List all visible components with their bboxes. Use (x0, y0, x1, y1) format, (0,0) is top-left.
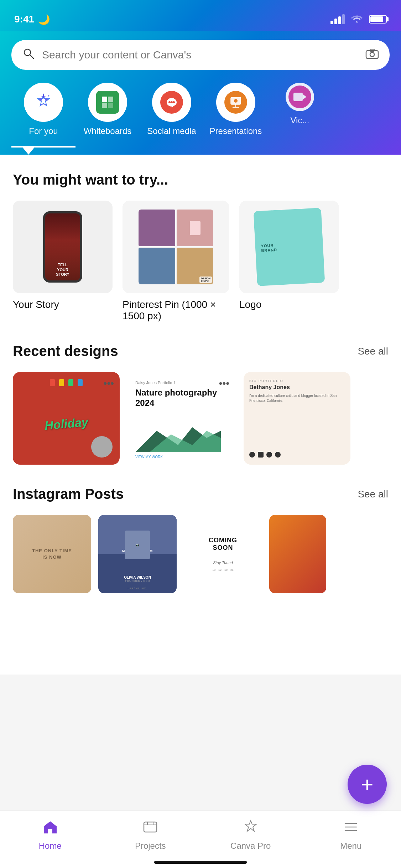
instagram-section: Instagram Posts See all THE ONLY TIMEIS … (13, 486, 388, 593)
wifi-icon (350, 13, 363, 26)
category-for-you-label: For you (29, 126, 58, 136)
signal-icon (330, 14, 345, 24)
ig-card-time[interactable]: THE ONLY TIMEIS NOW (13, 515, 91, 593)
try-section-title: You might want to try... (13, 172, 388, 188)
bottom-nav: Home Projects Canva Pro (0, 810, 401, 868)
moon-icon: 🌙 (38, 14, 50, 25)
svg-rect-10 (108, 103, 113, 108)
header: For you Whiteboards (0, 31, 401, 155)
category-whiteboards[interactable]: Whiteboards (75, 83, 140, 148)
menu-icon (343, 819, 359, 838)
instagram-row: THE ONLY TIMEIS NOW MEET THE TEAM 📷 OLIV… (13, 515, 388, 593)
canva-pro-icon (243, 819, 259, 838)
category-presentations[interactable]: Presentations (204, 83, 268, 148)
home-icon (42, 819, 59, 838)
svg-point-3 (370, 52, 374, 57)
svg-point-6 (45, 98, 48, 101)
status-bar: 9:41 🌙 (0, 0, 401, 31)
recent-card-menu-holiday[interactable]: ••• (104, 378, 114, 389)
search-icon (22, 47, 35, 63)
instagram-see-all[interactable]: See all (358, 489, 388, 500)
nav-projects-label: Projects (135, 841, 166, 851)
time-display: 9:41 (14, 14, 34, 25)
category-social-media[interactable]: Social media (140, 83, 204, 148)
svg-rect-2 (366, 51, 378, 58)
battery-icon (369, 15, 387, 24)
nav-menu-label: Menu (340, 841, 361, 851)
svg-rect-8 (108, 97, 113, 102)
svg-point-5 (39, 98, 42, 101)
recent-card-holiday[interactable]: Holiday ••• (13, 372, 120, 465)
svg-marker-20 (303, 94, 306, 100)
svg-rect-23 (144, 822, 157, 832)
svg-point-13 (173, 101, 175, 103)
try-cards-row: TELLYOURSTORY Your Story (13, 201, 388, 322)
try-section: You might want to try... TELLYOURSTORY (13, 172, 388, 322)
recent-card-portfolio[interactable]: BIO PORTFOLIO Bethany Jones I'm a dedica… (244, 372, 350, 465)
try-card-logo-label: Logo (239, 299, 261, 310)
try-card-logo[interactable]: YOURBRAND Logo (239, 201, 339, 322)
recent-designs-row: Holiday ••• Daisy Jones Portfolio 1 Natu… (13, 372, 388, 465)
recent-designs-title: Recent designs (13, 343, 118, 359)
nav-home[interactable]: Home (22, 819, 79, 851)
svg-point-12 (171, 101, 173, 103)
recent-card-menu-nature[interactable]: ••• (219, 378, 229, 389)
category-presentations-label: Presentations (210, 126, 262, 136)
search-bar[interactable] (11, 40, 390, 70)
ig-card-orange[interactable] (269, 515, 326, 593)
category-for-you[interactable]: For you (11, 83, 75, 148)
camera-icon[interactable] (365, 48, 379, 62)
recent-designs-see-all[interactable]: See all (358, 346, 388, 357)
try-card-your-story[interactable]: TELLYOURSTORY Your Story (13, 201, 113, 322)
create-fab[interactable]: + (348, 765, 387, 804)
category-video[interactable]: Vic... (268, 83, 332, 148)
category-whiteboards-label: Whiteboards (84, 126, 132, 136)
main-content: You might want to try... TELLYOURSTORY (0, 155, 401, 675)
recent-designs-section: Recent designs See all Holiday ••• (13, 343, 388, 465)
svg-rect-7 (102, 97, 107, 102)
fab-plus-icon: + (361, 772, 373, 797)
home-indicator (154, 861, 247, 864)
nav-home-label: Home (39, 841, 62, 851)
svg-point-11 (168, 101, 171, 103)
projects-icon (142, 819, 158, 838)
try-card-pinterest[interactable]: DESIGNINSPO Pinterest Pin (1000 × 1500 p… (123, 201, 229, 322)
svg-rect-19 (293, 93, 303, 101)
ig-card-team[interactable]: MEET THE TEAM 📷 OLIVIA WILSON FOUNDER / … (98, 515, 177, 593)
nav-menu[interactable]: Menu (322, 819, 379, 851)
category-social-media-label: Social media (147, 126, 196, 136)
categories-bar: For you Whiteboards (11, 83, 390, 148)
try-card-pinterest-label: Pinterest Pin (1000 × 1500 px) (123, 299, 216, 321)
nav-projects[interactable]: Projects (122, 819, 179, 851)
nav-canva-pro-label: Canva Pro (230, 841, 271, 851)
try-card-your-story-label: Your Story (13, 299, 59, 310)
svg-line-1 (30, 55, 33, 58)
ig-card-coming-soon[interactable]: COMINGSOON Stay Tuned 10121021 (184, 515, 262, 593)
instagram-title: Instagram Posts (13, 486, 124, 502)
svg-point-18 (234, 99, 238, 103)
recent-card-nature[interactable]: Daisy Jones Portfolio 1 Nature photograp… (128, 372, 235, 465)
svg-rect-9 (102, 103, 107, 108)
nav-canva-pro[interactable]: Canva Pro (222, 819, 279, 851)
search-input[interactable] (42, 49, 358, 61)
category-video-label: Vic... (291, 115, 309, 125)
